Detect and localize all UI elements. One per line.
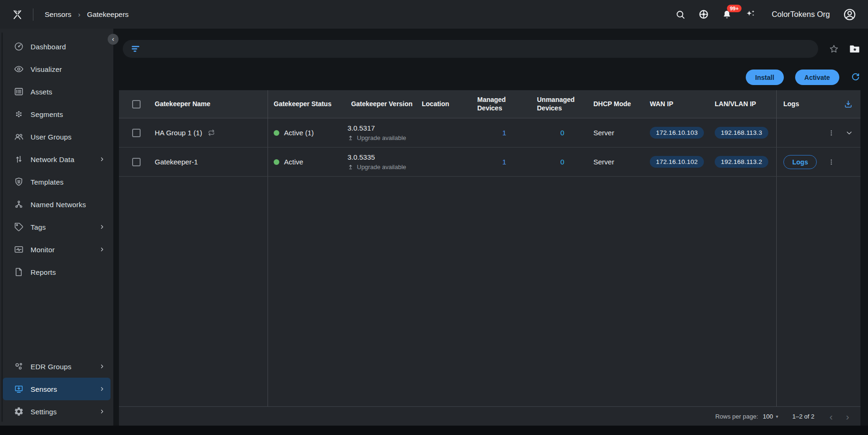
edr-groups-icon [14, 361, 24, 372]
sidebar-item-sensors[interactable]: Sensors [3, 378, 110, 400]
column-dhcp-mode: DHCP Mode [588, 90, 644, 118]
ha-sync-icon [207, 129, 215, 137]
unmanaged-devices-count[interactable]: 0 [537, 158, 588, 166]
status-text: Active [284, 158, 303, 166]
favorite-star-icon[interactable] [829, 44, 839, 54]
reports-icon [14, 267, 24, 277]
sidebar-item-templates[interactable]: Templates [3, 171, 110, 193]
sidebar-item-label: Tags [31, 223, 46, 231]
filter-row [119, 40, 860, 58]
sidebar-item-named-networks[interactable]: Named Networks [3, 193, 110, 216]
sidebar-bottom-nav: EDR Groups Sensors Settings [0, 355, 113, 423]
breadcrumb-gatekeepers: Gatekeepers [87, 10, 129, 19]
monitor-icon [14, 244, 24, 255]
wan-ip-chip: 172.16.10.103 [650, 127, 704, 139]
topbar-actions: 99+ ColorTokens Org [675, 8, 857, 22]
pagination-range: 1–2 of 2 [792, 413, 814, 420]
row-expand-chevron-icon[interactable] [845, 129, 853, 137]
managed-devices-count[interactable]: 1 [477, 129, 531, 137]
install-button[interactable]: Install [746, 70, 783, 85]
status-dot [274, 130, 279, 136]
chevron-right-icon [99, 224, 105, 230]
sidebar-item-visualizer[interactable]: Visualizer [3, 58, 110, 80]
row-checkbox[interactable] [132, 129, 141, 137]
chevron-right-icon [99, 386, 105, 392]
logs-button[interactable]: Logs [783, 155, 817, 169]
sidebar-item-label: User Groups [31, 133, 71, 141]
upgrade-note: Upgrade available [357, 163, 406, 171]
support-helm-icon[interactable] [698, 9, 709, 20]
colortokens-logo-icon[interactable] [11, 8, 24, 21]
sidebar-item-tags[interactable]: Tags [3, 216, 110, 238]
column-logs: Logs [783, 100, 799, 109]
refresh-icon[interactable] [851, 72, 860, 82]
dashboard-icon [14, 41, 24, 52]
previous-page-button[interactable]: ‹ [829, 412, 833, 421]
tags-icon [14, 222, 24, 232]
topbar: Sensors › Gatekeepers [0, 0, 868, 29]
breadcrumb: Sensors › Gatekeepers [45, 10, 129, 19]
table-row: Gatekeeper-1 Active 3.0.5335 Upgrade ava… [119, 148, 860, 177]
sensors-icon [14, 384, 24, 394]
content: ‹ [113, 29, 868, 426]
next-page-button[interactable]: › [846, 412, 849, 421]
ai-sparkles-icon[interactable] [745, 9, 756, 20]
assets-icon [14, 86, 24, 97]
sidebar-item-monitor[interactable]: Monitor [3, 238, 110, 261]
network-data-icon [14, 154, 24, 164]
filter-input[interactable] [146, 45, 810, 53]
filter-bar[interactable] [123, 40, 818, 58]
sidebar-item-label: EDR Groups [31, 363, 71, 371]
chevron-right-icon [99, 247, 105, 252]
row-checkbox[interactable] [132, 158, 141, 166]
notification-badge: 99+ [727, 5, 742, 12]
sidebar-item-reports[interactable]: Reports [3, 261, 110, 283]
column-location: Location [416, 90, 472, 118]
search-icon[interactable] [675, 9, 686, 20]
account-avatar-icon[interactable] [843, 8, 857, 22]
version-text: 3.0.5317 [347, 124, 375, 132]
sidebar-item-edr-groups[interactable]: EDR Groups [3, 355, 110, 378]
rows-per-page-select[interactable]: 100 ▾ [763, 413, 778, 420]
sidebar-item-label: Network Data [31, 155, 74, 163]
dhcp-mode: Server [593, 158, 614, 166]
org-name[interactable]: ColorTokens Org [772, 10, 830, 19]
app-window: Sensors › Gatekeepers [0, 0, 868, 435]
sidebar-main-nav: Dashboard Visualizer Assets Segments [0, 35, 113, 283]
chevron-right-icon [99, 156, 105, 162]
table-header: Gatekeeper Name Gatekeeper Status Gateke… [119, 90, 860, 118]
managed-devices-count[interactable]: 1 [477, 158, 531, 166]
sidebar-item-assets[interactable]: Assets [3, 80, 110, 103]
user-groups-icon [14, 132, 24, 142]
chevron-right-icon [99, 409, 105, 414]
gatekeeper-name: HA Group 1 (1) [155, 129, 202, 137]
table-row: HA Group 1 (1) Active (1) 3.0.5317 Upgr [119, 118, 860, 148]
sidebar-item-label: Visualizer [31, 65, 62, 73]
export-download-icon[interactable] [844, 100, 853, 109]
sidebar-collapse-button[interactable]: ‹ [108, 34, 118, 45]
saved-filters-folder-icon[interactable] [849, 43, 860, 55]
status-text: Active (1) [284, 129, 314, 137]
sidebar-item-settings[interactable]: Settings [3, 400, 110, 423]
breadcrumb-sensors[interactable]: Sensors [45, 10, 71, 19]
unmanaged-devices-count[interactable]: 0 [537, 129, 588, 137]
sidebar-item-segments[interactable]: Segments [3, 103, 110, 125]
notifications-bell-icon[interactable]: 99+ [722, 9, 732, 20]
column-lan-vlan-ip: LAN/VLAN IP [709, 90, 776, 118]
column-gatekeeper-version: Gatekeeper Version [342, 90, 416, 118]
sidebar-item-dashboard[interactable]: Dashboard [3, 35, 110, 58]
activate-button[interactable]: Activate [795, 70, 839, 85]
row-menu-kebab-icon[interactable] [828, 158, 835, 166]
sidebar-item-label: Monitor [31, 246, 55, 254]
topbar-divider [33, 8, 33, 21]
sidebar-item-network-data[interactable]: Network Data [3, 148, 110, 171]
column-wan-ip: WAN IP [644, 90, 709, 118]
sidebar-item-label: Dashboard [31, 43, 66, 51]
sidebar-item-label: Sensors [31, 385, 57, 393]
select-all-checkbox[interactable] [132, 100, 141, 109]
named-networks-icon [14, 199, 24, 210]
status-dot [274, 159, 279, 165]
sidebar-item-user-groups[interactable]: User Groups [3, 125, 110, 148]
sidebar: Dashboard Visualizer Assets Segments [0, 29, 113, 426]
row-menu-kebab-icon[interactable] [828, 129, 835, 137]
